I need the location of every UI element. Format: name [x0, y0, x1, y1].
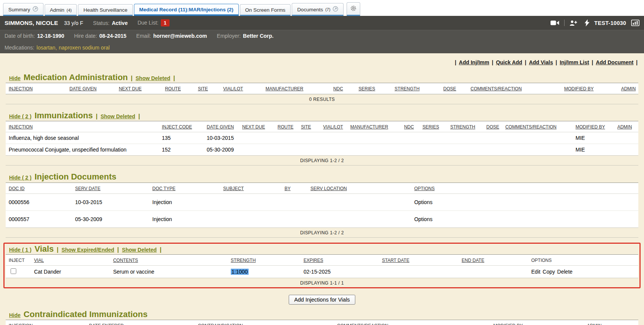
column-header[interactable]: MODIFIED BY — [493, 323, 523, 325]
column-header[interactable]: COMMENTS/REACTION — [505, 124, 556, 130]
table-cell — [282, 193, 308, 210]
add-user-icon[interactable] — [569, 20, 577, 26]
section-contraindicated-immunizations: Hide Contraindicated Immunizations INJEC… — [6, 310, 638, 325]
column-header[interactable]: SITE — [301, 124, 311, 130]
column-header[interactable]: ADMIN — [621, 86, 636, 91]
add-injections-for-vials-button[interactable]: Add Injections for Vials — [289, 295, 355, 305]
column-header[interactable]: DATE ENTERED — [89, 323, 124, 325]
column-header[interactable]: MANUFACTURER — [350, 124, 388, 130]
tab-documents[interactable]: Documents (7) — [292, 3, 344, 16]
column-header[interactable]: SERV LOCATION — [310, 186, 347, 191]
delete-link[interactable]: Delete — [557, 269, 572, 275]
table-cell: Injection — [149, 210, 220, 228]
quick-add-link[interactable]: Quick Add — [496, 59, 523, 65]
column-header[interactable]: SUBJECT — [223, 186, 244, 191]
options-link[interactable]: Options — [414, 199, 432, 205]
table-row: 000055705-30-2009InjectionOptions — [6, 210, 638, 228]
column-header[interactable]: DOC ID — [9, 186, 25, 191]
inj-imm-list-link[interactable]: Inj/Imm List — [560, 59, 589, 65]
table-cell: 02-15-2025 — [300, 266, 379, 278]
flowsheet-chart-icon[interactable] — [631, 20, 639, 26]
tab-summary[interactable]: Summary — [3, 3, 44, 16]
column-header[interactable]: DOSE — [486, 124, 499, 130]
column-header[interactable]: CONTRAINDICATION — [198, 323, 243, 325]
column-header[interactable]: VIAL/LOT — [223, 86, 243, 91]
mar-injections-content: | Add Inj/Imm | Quick Add | Add Vials | … — [0, 53, 644, 325]
options-link[interactable]: Options — [414, 216, 432, 222]
column-header[interactable]: STRENGTH — [231, 258, 256, 263]
column-header[interactable]: DOC TYPE — [152, 186, 176, 191]
column-header[interactable]: INJECTION — [9, 323, 33, 325]
column-header[interactable]: INJECTION — [9, 124, 33, 130]
external-link-icon[interactable] — [33, 6, 38, 13]
hide-link[interactable]: Hide — [9, 75, 20, 81]
email-label: Email: — [136, 33, 151, 39]
show-expired-ended-link[interactable]: Show Expired/Ended — [62, 247, 114, 253]
column-header[interactable]: DATE GIVEN — [70, 86, 97, 91]
column-header[interactable]: INJECT CODE — [162, 124, 192, 130]
medication-link[interactable]: losartan — [37, 45, 56, 51]
hide-link[interactable]: Hide ( 1 ) — [9, 247, 31, 253]
tab-label: Summary — [8, 7, 30, 12]
column-header[interactable]: CONTENTS — [113, 258, 138, 263]
edit-link[interactable]: Edit — [531, 269, 540, 275]
column-header[interactable]: END DATE — [462, 258, 484, 263]
column-header[interactable]: SITE — [198, 86, 208, 91]
column-header[interactable]: DOSE — [443, 86, 456, 91]
column-header[interactable]: EXPIRES — [303, 258, 323, 263]
column-header[interactable]: DATE GIVEN — [207, 124, 234, 130]
table-cell — [419, 144, 447, 156]
add-vials-link[interactable]: Add Vials — [529, 59, 553, 65]
column-header[interactable]: BY — [285, 186, 291, 191]
copy-link[interactable]: Copy — [543, 269, 555, 275]
video-camera-icon[interactable] — [551, 20, 559, 26]
medication-link[interactable]: naproxen sodium oral — [59, 45, 110, 51]
column-header[interactable]: START DATE — [382, 258, 409, 263]
show-deleted-link[interactable]: Show Deleted — [122, 247, 157, 253]
due-list-badge[interactable]: 1 — [161, 19, 170, 26]
separator: | — [57, 246, 58, 253]
tab-on-screen-forms[interactable]: On Screen Forms — [240, 4, 291, 16]
column-header[interactable]: STRENGTH — [395, 86, 420, 91]
column-header[interactable]: MODIFIED BY — [576, 124, 605, 130]
column-header[interactable]: NEXT DUE — [242, 124, 265, 130]
column-header[interactable]: VIAL — [34, 258, 44, 263]
tab-medical-record-mar-injections[interactable]: Medical Record (11):MAR/Injections (2) — [134, 4, 239, 16]
column-header[interactable]: NDC — [404, 124, 414, 130]
table-cell — [347, 132, 401, 144]
column-header[interactable]: NEXT DUE — [119, 86, 142, 91]
column-header[interactable]: ADMIN — [617, 124, 632, 130]
add-document-link[interactable]: Add Document — [596, 59, 634, 65]
column-header[interactable]: SERIES — [359, 86, 375, 91]
column-header[interactable]: COMMENTS/REACTION — [470, 86, 521, 91]
table-cell — [483, 132, 502, 144]
column-header[interactable]: INJECTION — [9, 86, 33, 91]
tab-health-surveillance[interactable]: Health Surveillance — [78, 4, 132, 16]
column-header[interactable]: ROUTE — [278, 124, 294, 130]
hide-link[interactable]: Hide — [9, 312, 20, 318]
tab-admin[interactable]: Admin (4) — [45, 4, 77, 16]
show-deleted-link[interactable]: Show Deleted — [101, 113, 135, 119]
column-header[interactable]: MANUFACTURER — [266, 86, 303, 91]
column-header[interactable]: COMMENTS/REACTION — [337, 323, 388, 325]
hide-link[interactable]: Hide ( 2 ) — [9, 113, 31, 119]
column-header[interactable]: SERV DATE — [75, 186, 101, 191]
settings-gear-button[interactable] — [347, 2, 360, 16]
column-header[interactable]: VIAL/LOT — [323, 124, 343, 130]
table-cell: 10-03-2015 — [72, 193, 149, 210]
column-header[interactable]: NDC — [333, 86, 343, 91]
column-header[interactable]: MODIFIED BY — [564, 86, 594, 91]
column-header[interactable]: ADMIN — [587, 323, 602, 325]
lightning-bolt-icon[interactable] — [585, 19, 590, 26]
external-link-icon[interactable] — [333, 6, 338, 13]
show-deleted-link[interactable]: Show Deleted — [135, 75, 170, 81]
column-header[interactable]: OPTIONS — [414, 186, 435, 191]
hide-link[interactable]: Hide ( 2 ) — [9, 175, 31, 181]
table-cell — [320, 144, 347, 156]
row-select-checkbox[interactable] — [11, 268, 16, 274]
column-header[interactable]: SERIES — [422, 124, 439, 130]
add-inj-imm-link[interactable]: Add Inj/Imm — [459, 59, 489, 65]
column-header[interactable]: STRENGTH — [450, 124, 475, 130]
column-header[interactable]: ROUTE — [165, 86, 181, 91]
section-injection-documents: Hide ( 2 ) Injection Documents DOC IDSER… — [6, 172, 638, 238]
